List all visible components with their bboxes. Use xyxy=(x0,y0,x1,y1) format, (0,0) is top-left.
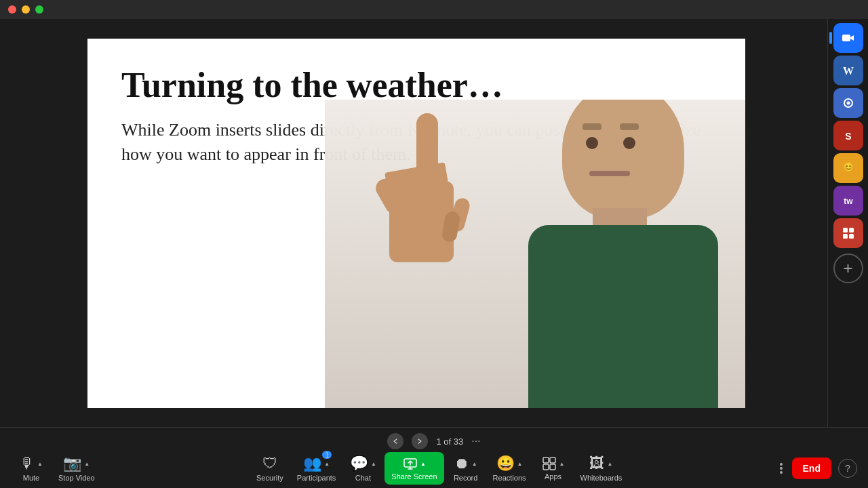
chat-icon: 💬 xyxy=(350,455,368,472)
slide-area: Turning to the weather… While Zoom inser… xyxy=(0,19,827,427)
participants-badge: 1 xyxy=(322,451,332,459)
mute-caret[interactable]: ▲ xyxy=(37,461,43,467)
add-app-button[interactable]: + xyxy=(833,253,863,283)
security-icon: 🛡 xyxy=(262,455,277,472)
whiteboards-label: Whiteboards xyxy=(580,474,623,482)
camera-icon: 📷 xyxy=(63,455,81,472)
svg-rect-21 xyxy=(543,464,549,470)
participants-caret[interactable]: ▲ xyxy=(324,461,330,467)
security-button[interactable]: 🛡 Security xyxy=(250,452,290,485)
title-bar xyxy=(0,0,868,19)
svg-rect-19 xyxy=(543,458,549,463)
svg-text:W: W xyxy=(843,65,854,77)
share-screen-icon xyxy=(403,456,418,471)
person-overlay xyxy=(325,100,745,408)
svg-rect-17 xyxy=(849,234,854,239)
nav-row: 1 of 33 ··· xyxy=(0,428,868,452)
minimize-button[interactable] xyxy=(22,5,30,14)
apps-button[interactable]: ▲ Apps xyxy=(533,453,574,483)
apps-caret[interactable]: ▲ xyxy=(559,461,565,467)
whiteboards-caret[interactable]: ▲ xyxy=(607,461,612,467)
reactions-label: Reactions xyxy=(493,474,526,482)
reactions-icon-row: 😀 ▲ xyxy=(496,455,523,472)
share-screen-label: Share Screen xyxy=(391,472,437,481)
reactions-button[interactable]: 😀 ▲ Reactions xyxy=(488,452,532,485)
share-screen-caret[interactable]: ▲ xyxy=(420,461,426,467)
reactions-icon: 😀 xyxy=(496,455,515,472)
svg-point-5 xyxy=(846,102,850,105)
person-body xyxy=(515,100,732,408)
svg-rect-13 xyxy=(840,224,857,242)
stop-video-icon-row: 📷 ▲ xyxy=(63,455,90,472)
zoom-app-icon[interactable] xyxy=(833,23,863,53)
svg-text:😊: 😊 xyxy=(843,161,854,173)
end-button[interactable]: End xyxy=(792,458,831,479)
slide-more-button[interactable]: ··· xyxy=(471,435,480,447)
prev-slide-button[interactable] xyxy=(387,433,403,449)
maximize-button[interactable] xyxy=(35,5,43,14)
chat-button[interactable]: 💬 ▲ Chat xyxy=(342,452,383,485)
svg-text:tw: tw xyxy=(844,197,853,206)
svg-text:S: S xyxy=(845,131,851,142)
whiteboards-icon: 🖼 xyxy=(589,455,604,472)
participants-button[interactable]: 👥 1 ▲ Participants xyxy=(292,452,341,485)
next-slide-button[interactable] xyxy=(412,433,428,449)
whiteboards-button[interactable]: 🖼 ▲ Whiteboards xyxy=(575,452,628,485)
toolbar-center-group: 🛡 Security 👥 1 ▲ Participants 💬 ▲ xyxy=(250,452,627,485)
security-label: Security xyxy=(256,474,283,482)
apps-icon-row: ▲ xyxy=(542,456,565,471)
sticker-app-icon[interactable]: 😊 xyxy=(833,153,863,183)
stop-video-button[interactable]: 📷 ▲ Stop Video xyxy=(53,452,100,485)
main-content: Turning to the weather… While Zoom inser… xyxy=(0,19,868,427)
share-screen-icon-row: ▲ xyxy=(403,456,426,471)
hand-art xyxy=(379,113,481,303)
help-button[interactable]: ? xyxy=(838,459,857,478)
slide-title: Turning to the weather… xyxy=(121,66,745,104)
slide-counter: 1 of 33 xyxy=(436,436,463,447)
share-screen-button[interactable]: ▲ Share Screen xyxy=(384,452,443,485)
microphone-icon: 🎙 xyxy=(20,455,35,472)
participants-icon-row: 👥 1 ▲ xyxy=(303,455,330,472)
slide-container: Turning to the weather… While Zoom inser… xyxy=(87,39,745,408)
serif-app-icon[interactable]: S xyxy=(833,121,863,150)
record-button[interactable]: ⏺ ▲ Record xyxy=(446,452,486,485)
svg-rect-22 xyxy=(550,464,555,470)
participants-label: Participants xyxy=(297,474,336,482)
record-icon-row: ⏺ ▲ xyxy=(454,455,477,472)
apps-panel: W S 😊 xyxy=(827,19,868,427)
record-caret[interactable]: ▲ xyxy=(472,461,477,467)
more-options-button[interactable] xyxy=(777,460,785,476)
toolbar-left-group: 🎙 ▲ Mute 📷 ▲ Stop Video xyxy=(11,452,100,485)
mute-button[interactable]: 🎙 ▲ Mute xyxy=(11,452,52,485)
mute-icon-row: 🎙 ▲ xyxy=(20,455,43,472)
toolbar-right-group: End ? xyxy=(777,458,857,479)
close-button[interactable] xyxy=(8,5,16,14)
mute-label: Mute xyxy=(23,474,39,482)
chat-caret[interactable]: ▲ xyxy=(371,461,376,467)
video-caret[interactable]: ▲ xyxy=(84,461,90,467)
apps-label: Apps xyxy=(545,472,561,481)
chat-icon-row: 💬 ▲ xyxy=(350,455,376,472)
toolbar-row: 🎙 ▲ Mute 📷 ▲ Stop Video 🛡 Secu xyxy=(0,452,868,485)
grid-app-icon[interactable] xyxy=(833,218,863,248)
zoom-window: Turning to the weather… While Zoom inser… xyxy=(0,0,868,488)
svg-rect-14 xyxy=(843,228,848,232)
apps-icon xyxy=(542,456,557,471)
bottom-area: 1 of 33 ··· 🎙 ▲ Mute 📷 ▲ xyxy=(0,427,868,488)
participants-icon: 👥 xyxy=(303,455,321,472)
chat-label: Chat xyxy=(355,474,371,482)
svg-rect-16 xyxy=(843,234,848,239)
stop-video-label: Stop Video xyxy=(58,474,95,482)
svg-rect-20 xyxy=(550,458,555,463)
record-label: Record xyxy=(454,474,477,482)
svg-rect-15 xyxy=(849,228,854,232)
record-icon: ⏺ xyxy=(454,455,469,472)
word-app-icon[interactable]: W xyxy=(833,56,863,85)
prezi-app-icon[interactable] xyxy=(833,88,863,118)
twine-app-icon[interactable]: tw xyxy=(833,186,863,216)
reactions-caret[interactable]: ▲ xyxy=(517,461,523,467)
whiteboards-icon-row: 🖼 ▲ xyxy=(589,455,612,472)
